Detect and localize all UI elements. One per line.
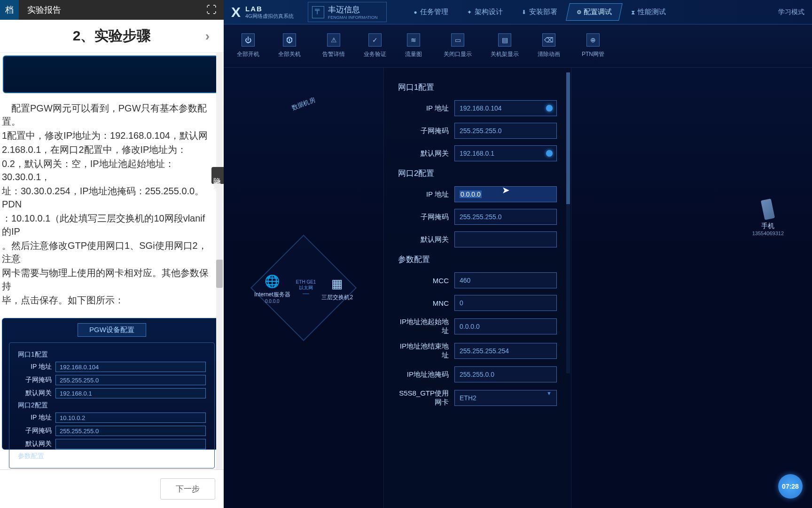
doc-line: 0.2，默认网关：空，IP地址池起始地址：30.30.0.1， (2, 157, 214, 183)
right-area: 手机 13554069312 (571, 68, 812, 508)
input-port1-ip[interactable]: 192.168.0.104 (454, 100, 557, 116)
toolbar-poweron-all[interactable]: ⏻全部开机 (233, 32, 263, 60)
check-icon: ✓ (368, 33, 382, 47)
input-mcc[interactable]: 460 (454, 272, 557, 288)
img-label: 默认网关 (18, 389, 52, 397)
dot-icon: ● (414, 9, 417, 16)
node-label: Internet服务器 (254, 291, 290, 299)
img-section-3: 参数配置 (18, 452, 206, 460)
form-label-s5s8: S5S8_GTP使用网卡 (398, 389, 454, 407)
form-label-pool-end: IP地址池结束地址 (398, 342, 454, 360)
topo-link: ETH GE1 以太网 ── (296, 279, 316, 296)
form-label-gw: 默认网关 (398, 149, 454, 158)
phone-label: 手机 (761, 222, 774, 230)
input-mnc[interactable]: 0 (454, 295, 557, 311)
expand-icon[interactable]: ⛶ (206, 4, 217, 16)
topo-node-internet-server[interactable]: 🌐 Internet服务器 0.0.0.0 (254, 272, 290, 304)
doc-line: 。然后注意修改GTP使用网口1、SGi使用网口2，注意 (2, 239, 214, 265)
toolbar-service-verify[interactable]: ✓业务验证 (360, 32, 390, 60)
input-port1-mask[interactable]: 255.255.255.0 (454, 123, 557, 139)
img-label: 子网掩码 (18, 427, 52, 435)
input-port2-mask[interactable]: 255.255.255.0 (454, 209, 557, 225)
nav-install-deploy[interactable]: ⬇安装部署 (513, 3, 566, 21)
config-section-port2: 网口2配置 (398, 168, 557, 179)
port-icon: ▭ (451, 33, 464, 47)
doc-body-text: 配置PGW网元可以看到，PGW只有基本参数配置。 1配置中，修改IP地址为：19… (0, 100, 224, 310)
toolbar-close-rack-display[interactable]: ▤关机架显示 (487, 32, 523, 60)
switch-icon: ▦ (328, 275, 347, 294)
simulator-panel: X LAB 4G网络虚拟仿真系统 〒 丰迈信息 FENGMAI INFORMAT… (224, 0, 812, 508)
chevron-right-icon[interactable]: › (205, 29, 210, 44)
doc-line: 2.168.0.1，在网口2配置中，修改IP地址为： (2, 143, 214, 156)
topology-area[interactable]: 数据机房 🌐 Internet服务器 0.0.0.0 ETH GE1 以太网 ─… (224, 68, 383, 508)
form-label-pool-start: IP地址池起始地址 (398, 318, 454, 335)
nav-perf-test[interactable]: ⧗性能测试 (623, 3, 674, 21)
toolbar-close-port-display[interactable]: ▭关闭口显示 (440, 32, 476, 60)
img-value: 192.168.0.104 (55, 362, 206, 372)
server-icon: 🌐 (263, 272, 281, 291)
node-label: 三层交换机2 (321, 294, 353, 302)
wrench-icon: ⚙ (577, 9, 582, 16)
doc-header: 档 实验报告 ⛶ (0, 0, 224, 20)
input-pool-start[interactable]: 0.0.0.0 (454, 318, 557, 334)
toolbar-alarm-detail[interactable]: ⚠告警详情 (319, 32, 349, 60)
flow-icon: ≋ (407, 33, 420, 47)
doc-section-title: 2、实验步骤 › (0, 20, 224, 53)
input-pool-mask[interactable]: 255.255.0.0 (454, 366, 557, 382)
sim-toolbar: ⏻全部开机 ⏼全部关机 ⚠告警详情 ✓业务验证 ≋流量图 ▭关闭口显示 ▤关机架… (224, 24, 812, 68)
input-pool-end[interactable]: 255.255.255.254 (454, 343, 557, 359)
chart-icon: ⧗ (631, 9, 635, 16)
config-scrollbar-thumb[interactable] (566, 72, 570, 204)
img-value: 255.255.255.0 (55, 375, 206, 385)
doc-tab-report[interactable]: 实验报告 (19, 4, 70, 16)
mode-label[interactable]: 学习模式 (778, 8, 804, 16)
img-label: 子网掩码 (18, 376, 52, 384)
time-badge[interactable]: 07:28 (778, 474, 803, 499)
hide-doc-button[interactable]: 隐藏文档 (211, 167, 224, 184)
doc-line: 网卡需要与物理上使用的网卡相对应。其他参数保持 (2, 266, 214, 293)
form-label-gw: 默认网关 (398, 235, 454, 244)
sim-nav: ●任务管理 ✦架构设计 ⬇安装部署 ⚙ 配置调试 ⧗性能测试 (406, 3, 674, 21)
config-section-port1: 网口1配置 (398, 82, 557, 93)
doc-line: 址：30.30.0.254，IP地址池掩码：255.255.0.0。PDN (2, 184, 214, 211)
next-step-button[interactable]: 下一步 (160, 478, 215, 500)
config-scrollbar[interactable] (566, 72, 570, 373)
toolbar-poweroff-all[interactable]: ⏼全部关机 (274, 32, 304, 60)
alarm-icon: ⚠ (327, 33, 340, 47)
toolbar-clear-anim[interactable]: ⌫清除动画 (534, 32, 564, 60)
logo-subtitle: 4G网络虚拟仿真系统 (245, 13, 294, 20)
download-icon: ⬇ (522, 9, 526, 16)
doc-scrollbar[interactable] (216, 53, 223, 469)
doc-embedded-config-image: PGW设备配置 网口1配置 IP 地址192.168.0.104 子网掩码255… (2, 318, 222, 450)
sim-main: 数据机房 🌐 Internet服务器 0.0.0.0 ETH GE1 以太网 ─… (224, 68, 812, 508)
img-label: 默认网关 (18, 440, 52, 448)
img-value: 255.255.255.0 (55, 426, 206, 436)
doc-footer: 下一步 (0, 469, 224, 508)
logo-lab: LAB (245, 5, 294, 13)
form-label-mask: 子网掩码 (398, 127, 454, 135)
toolbar-flow-chart[interactable]: ≋流量图 (401, 32, 426, 60)
doc-scrollbar-thumb[interactable] (216, 260, 223, 288)
section-title-text: 2、实验步骤 (73, 26, 151, 46)
img-value (55, 439, 206, 449)
company-badge: 〒 丰迈信息 FENGMAI INFORMATION (308, 2, 387, 22)
input-port1-gw[interactable]: 192.168.0.1 (454, 145, 557, 161)
link-line: ── (303, 291, 309, 296)
toolbar-ptn-mgmt[interactable]: ⊕PTN网管 (578, 32, 608, 60)
doc-line: ：10.10.0.1（此处填写三层交换机的10网段vlanif的IP (2, 212, 214, 238)
power-off-icon: ⏼ (283, 33, 296, 47)
doc-tab-file[interactable]: 档 (0, 0, 19, 20)
globe-icon: ⊕ (586, 33, 600, 47)
nav-config-debug[interactable]: ⚙ 配置调试 (566, 3, 623, 21)
nav-task-mgmt[interactable]: ●任务管理 (406, 3, 457, 21)
phone-device[interactable]: 手机 13554069312 (752, 199, 784, 236)
topo-node-switch[interactable]: ▦ 三层交换机2 (321, 275, 353, 302)
input-port2-gw[interactable] (454, 231, 557, 247)
power-icon: ⏻ (242, 33, 255, 47)
input-port2-ip[interactable]: 0.0.0.0 (454, 186, 557, 202)
config-section-params: 参数配置 (398, 254, 557, 265)
select-s5s8-nic[interactable]: ETH2 (454, 390, 557, 406)
nav-arch-design[interactable]: ✦架构设计 (459, 3, 511, 21)
img-label: IP 地址 (18, 363, 52, 371)
logo-x-icon: X (231, 4, 241, 20)
